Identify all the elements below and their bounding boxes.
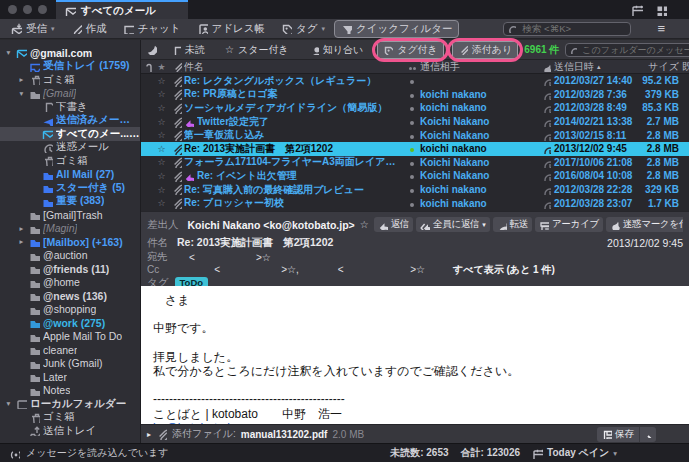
read-indicator[interactable] [404,143,420,154]
app-menu-icon[interactable]: ≡ [657,22,665,35]
quick-filter-bookmark[interactable]: 未読 [165,41,211,59]
star-toggle[interactable]: ☆ [154,144,169,154]
tab-all-mail[interactable]: すべてのメール [56,0,188,19]
subject-cell[interactable]: Re: ブロッシャー初校 [184,196,404,210]
expander-icon[interactable]: ▾ [4,399,13,408]
junk-status-cell[interactable] [538,89,554,100]
attachment-filename[interactable]: manual131202.pdf [241,429,328,440]
star-toggle[interactable]: ☆ [154,89,169,99]
junk-status-cell[interactable] [538,170,554,181]
sidebar-item[interactable]: 迷惑メール [0,141,140,155]
from-value[interactable]: Koichi Nakano <ko@kotobato.jp> [188,219,355,231]
subject-cell[interactable]: Re: 2013実施計画書 第2項1202 [184,142,404,156]
attachment-expander-icon[interactable]: ▸ [147,430,151,439]
sidebar-item[interactable]: Notes [0,384,140,398]
subject-column-header[interactable]: 件名 [184,60,404,74]
today-pane-toggle[interactable]: Today ペイン ▾ [532,446,617,460]
expander-icon[interactable]: ▸ [17,224,26,233]
star-toggle[interactable]: ☆ [154,198,169,208]
star-toggle[interactable]: ☆ [154,103,169,113]
read-indicator[interactable] [404,198,420,209]
sidebar-item[interactable]: All Mail (27) [0,168,140,182]
read-indicator[interactable] [404,102,420,113]
sidebar-item[interactable]: 送信済みメール (194) [0,114,140,128]
sidebar-item[interactable]: ▸[Mailbox] (+163) [0,235,140,249]
thread-row[interactable]: ☆Re: イベント出欠管理Koichi Nakano2016/08/04 10:… [141,169,689,183]
subject-cell[interactable]: Re: レクタングルボックス（レギュラー） [184,74,404,88]
sidebar-item[interactable]: Apple Mail To Do [0,330,140,344]
expander-icon[interactable]: ▾ [17,89,26,98]
star-column-header[interactable]: ★ [154,62,169,72]
read-indicator[interactable] [404,170,420,181]
junk-status-cell[interactable] [538,116,554,127]
star-icon[interactable]: ☆ [360,219,369,230]
sidebar-item[interactable]: ▸ゴミ箱 [0,73,140,87]
thread-row[interactable]: ☆ソーシャルメディアガイドライン（簡易版）koichi nakano2012/0… [141,101,689,115]
sidebar-item[interactable]: @shopping [0,303,140,317]
thread-row[interactable]: ☆Re: 2013実施計画書 第2項1202koichi nakano2013/… [141,142,689,156]
sidebar-item[interactable]: cleaner [0,343,140,357]
toolbar-button-address-book[interactable]: アドレス帳 [190,20,272,38]
quick-filter-tag[interactable]: タグ付き [377,41,444,59]
junk-status-cell[interactable] [538,75,554,86]
star-toggle[interactable]: ☆ [154,130,169,140]
subject-cell[interactable]: Re: イベント出欠管理 [184,169,404,183]
star-toggle[interactable]: ☆ [154,157,169,167]
sidebar-item[interactable]: すべてのメー...2842) [0,127,140,141]
expander-icon[interactable]: ▸ [17,237,26,246]
read-indicator[interactable] [404,157,420,168]
action-forward-button[interactable]: 転送 [493,217,532,232]
junk-column-header[interactable] [538,61,554,72]
sidebar-item[interactable]: スター付き (5) [0,181,140,195]
toolbar-button-tag[interactable]: タグ▾ [274,20,332,38]
thread-row[interactable]: ☆Re: レクタングルボックス（レギュラー）2012/03/27 14:4095… [141,74,689,88]
show-all-recipients[interactable]: すべて表示 (あと 1 件) [453,263,555,277]
action-reply-button[interactable]: 返信 [374,217,413,232]
date-column-header[interactable]: 送信日時▴ [554,60,634,74]
size-column-header[interactable]: サイズ [634,60,682,74]
sidebar-item[interactable]: @news (136) [0,289,140,303]
toolbar-button-chat[interactable]: チャット [116,20,188,38]
sidebar-item[interactable]: 送信トレイ [0,424,140,438]
toolbar-button-compose[interactable]: 作成 [64,20,114,38]
sidebar-item[interactable]: [Gmail]Trash [0,208,140,222]
sidebar-item[interactable]: Junk (Gmail) [0,357,140,371]
thread-row[interactable]: ☆Twitter設定完了Koichi Nakano2014/02/21 13:3… [141,115,689,129]
expander-icon[interactable]: ▾ [4,48,13,57]
read-indicator[interactable] [404,130,420,141]
sidebar-item[interactable]: @home [0,276,140,290]
tag-badge-todo[interactable]: ToDo [175,277,209,286]
sidebar-item[interactable]: @auction [0,249,140,263]
sidebar-item[interactable]: ゴミ箱 [0,154,140,168]
sidebar-item[interactable]: 重要 (383) [0,195,140,209]
toolbar-button-quick-filter[interactable]: クイックフィルター [334,20,459,38]
action-reply-all-button[interactable]: 全員に返信▾ [416,217,489,232]
cc-value[interactable]: < >☆, < >☆ [214,264,425,275]
read-indicator[interactable] [404,184,420,195]
read-indicator[interactable] [404,116,420,127]
correspondent-column-header[interactable]: 通信相手 [420,60,538,74]
star-toggle[interactable]: ☆ [154,76,169,86]
star-toggle[interactable]: ☆ [154,117,169,127]
junk-status-cell[interactable] [538,102,554,113]
action-archive-button[interactable]: アーカイブ [535,217,603,232]
thread-row[interactable]: ☆第一章仮流し込みKoichi Nakano2013/02/15 8:112.8… [141,128,689,142]
sidebar-item[interactable]: @friends (11) [0,262,140,276]
pin-icon[interactable] [146,44,157,55]
sidebar-item[interactable]: ゴミ箱 [0,411,140,425]
subject-cell[interactable]: ソーシャルメディアガイドライン（簡易版） [184,101,404,115]
save-attachment-button[interactable]: 保存 [597,427,656,442]
junk-status-cell[interactable] [538,143,554,154]
junk-status-cell[interactable] [538,198,554,209]
sidebar-item[interactable]: ▸[Magin] [0,222,140,236]
junk-status-cell[interactable] [538,130,554,141]
calendar-icon[interactable] [631,4,643,16]
expander-icon[interactable]: ▸ [17,75,26,84]
read-indicator[interactable] [404,89,420,100]
global-search-input[interactable] [503,22,631,36]
subject-cell[interactable]: Re: 写真購入前の最終確認用プレビュー [184,183,404,197]
thread-column-header[interactable] [141,61,154,72]
read-column-header[interactable] [404,61,420,72]
read-indicator[interactable] [404,75,420,86]
thread-row[interactable]: ☆Re: 写真購入前の最終確認用プレビューkoichi nakano2012/0… [141,183,689,197]
